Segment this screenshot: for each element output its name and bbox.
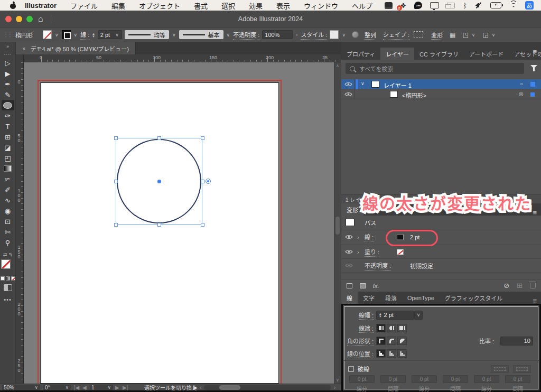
miter-limit-label[interactable]: 比率 : — [479, 337, 494, 345]
gap-field[interactable]: 0 pt — [505, 375, 530, 383]
selection-tool[interactable]: ▷ — [2, 58, 14, 68]
display-icon[interactable] — [430, 1, 439, 10]
layer-name[interactable]: レイヤー 1 — [384, 81, 412, 89]
knife-tool[interactable]: ✃ — [2, 174, 14, 184]
delete-icon[interactable] — [530, 283, 536, 288]
close-tab-icon[interactable]: × — [22, 45, 25, 52]
stroke-width-stepper[interactable]: ▴▾ — [379, 312, 381, 318]
corner-miter-button[interactable] — [376, 337, 386, 345]
opacity-value[interactable]: 初期設定 — [410, 262, 433, 270]
handle-middle-left[interactable] — [114, 180, 118, 183]
brush-definition-dropdown[interactable]: 基本 — [179, 30, 223, 39]
status-expand-icon[interactable]: ▶ — [193, 384, 198, 390]
dash-field[interactable]: 0 pt — [474, 375, 499, 383]
align-inside-button[interactable] — [387, 349, 396, 358]
handle-bottom-left[interactable] — [114, 223, 118, 227]
isolate-icon[interactable]: ▦ — [450, 31, 455, 39]
gap-field[interactable]: 0 pt — [443, 375, 468, 383]
curvature-tool[interactable]: ✎ — [2, 89, 14, 100]
vertical-scrollbar[interactable]: ∧ ∨ — [334, 62, 341, 384]
artboard-navigation-dropdown[interactable]: 1∨ — [90, 385, 113, 390]
menu-file[interactable]: ファイル — [63, 1, 105, 11]
stroke-width-stepper[interactable]: ▴▾ — [92, 32, 95, 38]
toolbar-expand-icon[interactable]: » — [6, 44, 9, 52]
fill-color-swatch[interactable] — [43, 30, 52, 39]
direct-selection-tool[interactable]: ▶ — [2, 68, 14, 79]
appearance-row-path[interactable]: パス — [341, 216, 541, 229]
toolbar-more-icon[interactable]: ••• — [4, 296, 12, 303]
document-setup-globe-icon[interactable] — [352, 31, 359, 38]
artboard[interactable] — [40, 82, 279, 384]
opacity-field[interactable]: 100% — [262, 30, 293, 39]
menu-effect[interactable]: 効果 — [242, 1, 269, 11]
artboard-tool[interactable]: ⊡ — [2, 216, 14, 227]
fill-stroke-proxy[interactable] — [1, 259, 15, 273]
line-app-icon[interactable]: LINE — [414, 1, 422, 10]
align-outside-button[interactable] — [397, 349, 407, 358]
style-swatch[interactable] — [330, 30, 339, 39]
tab-paragraph[interactable]: 段落 — [380, 292, 402, 304]
scroll-down-icon[interactable]: ∨ — [334, 378, 341, 382]
mute-icon[interactable] — [475, 1, 482, 10]
document-tab[interactable]: × デモ4.ai* @ 50 % (CMYK/プレビュー) — [16, 42, 136, 54]
stroke-width-label[interactable]: 線幅 : — [359, 312, 374, 320]
corner-label[interactable]: 角の形状 : — [347, 338, 374, 346]
shape-label[interactable]: シェイプ : — [383, 30, 409, 40]
menu-object[interactable]: オブジェクト — [132, 1, 187, 11]
horizontal-scrollbar[interactable] — [204, 385, 331, 390]
slice-tool[interactable]: ✄ — [2, 227, 14, 237]
filter-icon[interactable] — [530, 65, 537, 71]
chevron-down-icon[interactable]: ∨ — [226, 32, 231, 38]
tab-artboards[interactable]: アートボード — [464, 48, 509, 60]
vertical-scroll-thumb[interactable] — [335, 217, 340, 235]
menu-select[interactable]: 選択 — [214, 1, 242, 11]
tab-stroke[interactable]: 線 — [341, 292, 358, 304]
expand-chevron-icon[interactable]: › — [357, 234, 359, 240]
arrange-icon[interactable]: ◳ — [462, 31, 468, 39]
chevron-down-icon[interactable]: ∨ — [115, 32, 119, 38]
dash-preset-aligned-button[interactable] — [513, 365, 531, 373]
appearance-fill-label[interactable]: 塗り : — [365, 247, 379, 257]
handle-top-right[interactable] — [201, 136, 204, 140]
screen-mode-icon[interactable] — [4, 284, 12, 291]
appearance-opacity-label[interactable]: 不透明度 : — [365, 261, 391, 270]
visibility-eye-icon[interactable] — [344, 92, 352, 97]
handle-top-left[interactable] — [114, 136, 118, 140]
appearance-row-fill[interactable]: › 塗り : — [341, 245, 541, 259]
smooth-tool[interactable]: ∿ — [2, 195, 14, 206]
menu-edit[interactable]: 編集 — [105, 1, 132, 11]
tab-layers[interactable]: レイヤー — [380, 48, 414, 60]
expand-chevron-icon[interactable]: › — [357, 249, 359, 255]
cap-projecting-button[interactable] — [397, 324, 407, 332]
zoom-level-dropdown[interactable]: 50%∨ — [2, 385, 40, 390]
clear-appearance-icon[interactable]: ⊘ — [503, 282, 509, 290]
handle-bottom-right[interactable] — [201, 223, 204, 227]
live-shape-widget[interactable] — [206, 179, 211, 184]
battery-icon[interactable]: ⚡ — [490, 1, 501, 10]
corner-round-button[interactable] — [387, 337, 396, 345]
scroll-right-icon[interactable]: › — [334, 384, 335, 390]
layer-row-ellipse[interactable]: <楕円形> ◎ — [341, 89, 541, 99]
transform-button[interactable]: 変形 — [431, 31, 443, 39]
chevron-down-icon[interactable]: ∨ — [54, 32, 59, 38]
opacity-label[interactable]: 不透明度 : — [233, 30, 259, 40]
previous-artboard-icon[interactable]: ◀ — [82, 384, 87, 390]
layer-row-layer1[interactable]: ∨ レイヤー 1 ○ — [341, 79, 541, 89]
corner-bevel-button[interactable] — [397, 337, 407, 345]
eraser-tool[interactable]: ◪ — [2, 142, 14, 153]
chevron-down-icon[interactable]: ∨ — [34, 385, 39, 390]
add-fill-icon[interactable] — [360, 283, 366, 288]
appearance-row-opacity[interactable]: 不透明度 : 初期設定 — [341, 259, 541, 273]
visibility-eye-icon[interactable] — [344, 82, 352, 87]
shape-builder-tool[interactable]: ◰ — [2, 153, 14, 163]
chevron-down-icon[interactable]: ∨ — [64, 385, 69, 390]
quick-actions-icon[interactable]: ◲ — [482, 31, 488, 39]
disclosure-chevron-icon[interactable]: ∨ — [361, 81, 365, 86]
miter-limit-field[interactable]: 10 — [500, 337, 533, 346]
target-circle-icon[interactable]: ○ — [520, 81, 523, 87]
tab-opentype[interactable]: OpenType — [402, 292, 440, 304]
dash-preset-exact-button[interactable] — [491, 365, 509, 373]
menu-help[interactable]: ヘルプ — [345, 1, 379, 11]
handle-top-center[interactable] — [157, 136, 161, 140]
horizontal-scroll-thumb[interactable] — [219, 385, 240, 390]
